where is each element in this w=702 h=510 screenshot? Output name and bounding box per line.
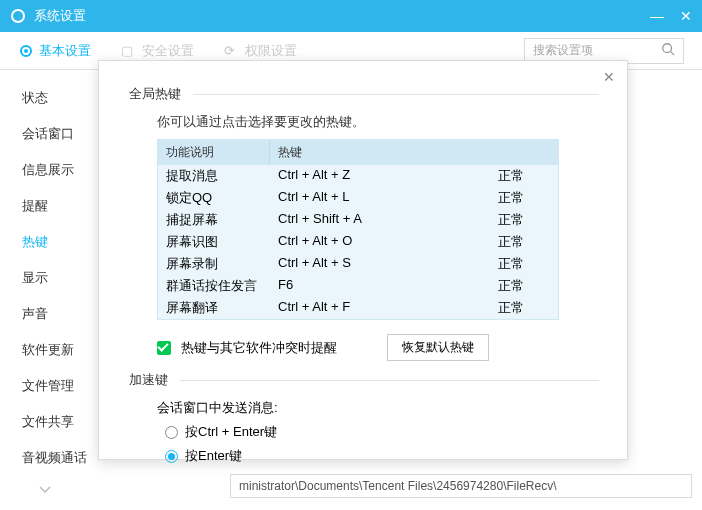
minimize-button[interactable]: — bbox=[650, 9, 664, 23]
title-bar: 系统设置 — ✕ bbox=[0, 0, 702, 32]
window-title: 系统设置 bbox=[34, 7, 650, 25]
sidebar-item-info-display[interactable]: 信息展示 bbox=[0, 152, 90, 188]
hotkey-func: 屏幕翻译 bbox=[158, 299, 270, 317]
hotkey-func: 群通话按住发言 bbox=[158, 277, 270, 295]
app-logo-icon bbox=[10, 8, 26, 24]
key-icon: ⟳ bbox=[224, 43, 240, 59]
search-icon bbox=[661, 42, 675, 59]
sidebar-item-status[interactable]: 状态 bbox=[0, 80, 90, 116]
hotkey-status: 正常 bbox=[488, 255, 558, 273]
divider bbox=[180, 380, 599, 381]
sidebar-item-file-manage[interactable]: 文件管理 bbox=[0, 368, 90, 404]
hotkey-func: 锁定QQ bbox=[158, 189, 270, 207]
hotkey-key: Ctrl + Shift + A bbox=[270, 211, 488, 229]
hotkey-key: Ctrl + Alt + S bbox=[270, 255, 488, 273]
svg-point-3 bbox=[24, 49, 28, 53]
hotkey-row[interactable]: 屏幕翻译Ctrl + Alt + F正常 bbox=[158, 297, 558, 319]
section-accel-title: 加速键 bbox=[129, 371, 168, 389]
hotkey-key: Ctrl + Alt + L bbox=[270, 189, 488, 207]
sidebar-more-icon[interactable] bbox=[0, 476, 90, 497]
radio-icon bbox=[165, 450, 178, 463]
sidebar-item-reminder[interactable]: 提醒 bbox=[0, 188, 90, 224]
shield-icon: ▢ bbox=[121, 43, 137, 59]
hotkey-key: Ctrl + Alt + O bbox=[270, 233, 488, 251]
dialog-close-button[interactable]: ✕ bbox=[603, 69, 615, 85]
conflict-label: 热键与其它软件冲突时提醒 bbox=[181, 339, 337, 357]
sidebar-item-chat-window[interactable]: 会话窗口 bbox=[0, 116, 90, 152]
col-func: 功能说明 bbox=[158, 140, 270, 165]
send-msg-label: 会话窗口中发送消息: bbox=[157, 399, 599, 417]
hotkey-status: 正常 bbox=[488, 189, 558, 207]
tab-security-label: 安全设置 bbox=[142, 42, 194, 60]
svg-line-5 bbox=[671, 52, 675, 56]
sidebar-item-update[interactable]: 软件更新 bbox=[0, 332, 90, 368]
sidebar-item-file-share[interactable]: 文件共享 bbox=[0, 404, 90, 440]
hotkey-func: 屏幕录制 bbox=[158, 255, 270, 273]
hotkey-dialog: ✕ 全局热键 你可以通过点击选择要更改的热键。 功能说明 热键 提取消息Ctrl… bbox=[98, 60, 628, 460]
sidebar-item-hotkey[interactable]: 热键 bbox=[0, 224, 90, 260]
svg-point-1 bbox=[13, 11, 23, 21]
hotkey-key: F6 bbox=[270, 277, 488, 295]
gear-icon bbox=[18, 43, 34, 59]
file-path-field[interactable]: ministrator\Documents\Tencent Files\2456… bbox=[230, 474, 692, 498]
global-hotkey-desc: 你可以通过点击选择要更改的热键。 bbox=[157, 113, 599, 131]
radio-ctrl-enter-label: 按Ctrl + Enter键 bbox=[185, 423, 277, 441]
hotkey-status: 正常 bbox=[488, 233, 558, 251]
hotkey-row[interactable]: 提取消息Ctrl + Alt + Z正常 bbox=[158, 165, 558, 187]
hotkey-row[interactable]: 群通话按住发言F6正常 bbox=[158, 275, 558, 297]
hotkey-row[interactable]: 屏幕识图Ctrl + Alt + O正常 bbox=[158, 231, 558, 253]
hotkey-key: Ctrl + Alt + Z bbox=[270, 167, 488, 185]
hotkey-status: 正常 bbox=[488, 299, 558, 317]
hotkey-row[interactable]: 锁定QQCtrl + Alt + L正常 bbox=[158, 187, 558, 209]
hotkey-status: 正常 bbox=[488, 211, 558, 229]
hotkey-key: Ctrl + Alt + F bbox=[270, 299, 488, 317]
hotkey-table-header: 功能说明 热键 bbox=[158, 140, 558, 165]
tab-basic-label: 基本设置 bbox=[39, 42, 91, 60]
search-placeholder: 搜索设置项 bbox=[533, 42, 593, 59]
hotkey-status: 正常 bbox=[488, 277, 558, 295]
tab-permission-label: 权限设置 bbox=[245, 42, 297, 60]
hotkey-func: 提取消息 bbox=[158, 167, 270, 185]
settings-sidebar: 状态 会话窗口 信息展示 提醒 热键 显示 声音 软件更新 文件管理 文件共享 … bbox=[0, 70, 90, 510]
hotkey-func: 捕捉屏幕 bbox=[158, 211, 270, 229]
tab-security-settings[interactable]: ▢ 安全设置 bbox=[121, 42, 194, 60]
hotkey-row[interactable]: 捕捉屏幕Ctrl + Shift + A正常 bbox=[158, 209, 558, 231]
tab-basic-settings[interactable]: 基本设置 bbox=[18, 42, 91, 60]
tab-permission-settings[interactable]: ⟳ 权限设置 bbox=[224, 42, 297, 60]
hotkey-row[interactable]: 屏幕录制Ctrl + Alt + S正常 bbox=[158, 253, 558, 275]
sidebar-item-display[interactable]: 显示 bbox=[0, 260, 90, 296]
hotkey-status: 正常 bbox=[488, 167, 558, 185]
radio-ctrl-enter[interactable]: 按Ctrl + Enter键 bbox=[165, 423, 599, 441]
svg-point-4 bbox=[663, 44, 672, 53]
restore-default-button[interactable]: 恢复默认热键 bbox=[387, 334, 489, 361]
col-hotkey: 热键 bbox=[270, 140, 558, 165]
hotkey-table: 功能说明 热键 提取消息Ctrl + Alt + Z正常锁定QQCtrl + A… bbox=[157, 139, 559, 320]
hotkey-func: 屏幕识图 bbox=[158, 233, 270, 251]
radio-enter[interactable]: 按Enter键 bbox=[165, 447, 599, 465]
section-global-hotkey-title: 全局热键 bbox=[129, 85, 181, 103]
sidebar-item-av-call[interactable]: 音视频通话 bbox=[0, 440, 90, 476]
conflict-checkbox[interactable] bbox=[157, 341, 171, 355]
sidebar-item-sound[interactable]: 声音 bbox=[0, 296, 90, 332]
radio-icon bbox=[165, 426, 178, 439]
radio-enter-label: 按Enter键 bbox=[185, 447, 242, 465]
close-button[interactable]: ✕ bbox=[680, 9, 692, 23]
divider bbox=[193, 94, 599, 95]
